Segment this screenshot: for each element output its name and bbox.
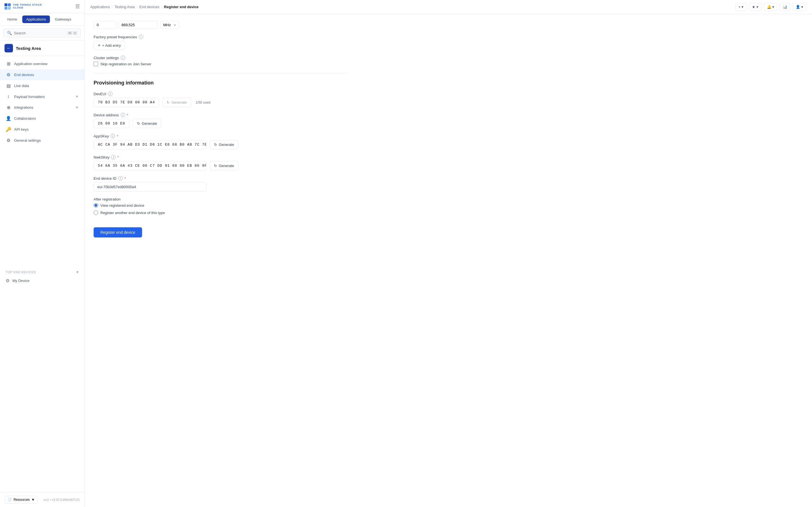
freq-index-input[interactable] [94,21,116,29]
breadcrumb: Applications › Testing Area › End device… [90,5,199,9]
tab-applications[interactable]: Applications [22,15,50,23]
factory-preset-row: Factory preset frequencies i + + Add ent… [94,35,347,50]
search-inner[interactable]: 🔍 ⌘ K [3,29,81,38]
search-icon: 🔍 [7,31,12,35]
radio-view-input[interactable] [94,203,98,208]
device-address-required: * [127,113,128,117]
skip-join-server-checkbox[interactable] [94,62,98,66]
after-registration-label: After registration [94,197,347,202]
add-entry-button[interactable]: + + Add entry [94,41,125,50]
sidebar-nav: ⊞ Application overview ⚙ End devices ▤ L… [0,56,84,267]
sidebar-item-app-overview[interactable]: ⊞ Application overview [0,58,84,69]
sidebar-item-end-devices[interactable]: ⚙ End devices [0,69,84,80]
resources-button[interactable]: 📄 Resources ▼ [4,496,38,504]
plus-icon: + [98,43,100,48]
breadcrumb-current: Register end device [164,5,199,9]
sidebar-item-payload[interactable]: ↕ Payload formatters ▼ [0,91,84,102]
dev-eui-row: DevEUI i 70 B3 D5 7E D8 00 00 A4 ↻ Gener… [94,92,347,107]
refresh-icon: ↻ [167,100,170,105]
resources-icon: 📄 [8,498,12,502]
end-device-id-info-icon[interactable]: i [118,176,123,180]
frequency-row: MHz [94,21,347,29]
chevron-down-icon: ▼ [75,95,79,99]
device-address-label: Device address i * [94,113,347,117]
appskey-info-icon[interactable]: i [110,134,115,138]
sidebar-device-item-my-device[interactable]: ⚙ My Device [0,276,84,286]
appskey-display: AC CA 3F 94 AB D3 D1 D0 1C E0 68 B0 AB 7… [94,140,347,149]
main-area: Applications › Testing Area › End device… [85,0,812,507]
sidebar-item-integrations[interactable]: ⊕ Integrations ▼ [0,102,84,113]
chevron-down-resources-icon: ▼ [31,498,35,502]
cluster-settings-label: Cluster settings i [94,55,347,60]
register-end-device-button[interactable]: Register end device [94,227,142,237]
back-button[interactable]: ← [4,44,13,52]
add-end-device-icon[interactable]: + [76,270,79,275]
appskey-generate-button[interactable]: ↻ Generate [210,140,238,149]
freq-value-input[interactable] [118,21,158,29]
refresh-icon-2: ↻ [137,121,140,126]
device-address-display: 26 00 10 E0 ↻ Generate [94,119,347,128]
dev-eui-label: DevEUI i [94,92,347,96]
device-address-value: 26 00 10 E0 [94,119,130,128]
logo-text: THE THINGS STACK CLOUD [13,4,42,9]
search-box: 🔍 ⌘ K [0,25,84,41]
radio-view-registered[interactable]: View registered end device [94,203,347,208]
nwkskey-row: NwkSKey i * 54 6A 35 6A 43 CE 06 C7 DD 9… [94,155,347,170]
menu-icon[interactable]: ☰ [75,3,80,10]
tab-home[interactable]: Home [3,15,21,23]
add-button[interactable]: + ▾ [735,3,747,11]
freq-unit-select[interactable]: MHz [160,21,179,29]
dev-eui-value: 70 B3 D5 7E D8 00 00 A4 [94,98,159,107]
payload-icon: ↕ [6,94,11,99]
sidebar-item-live-data[interactable]: ▤ Live data [0,80,84,91]
sidebar-item-collaborators[interactable]: 👤 Collaborators [0,113,84,124]
provisioning-title: Provisioning information [94,80,347,86]
user-button[interactable]: 👤 ▾ [793,3,806,11]
appskey-row: AppSKey i * AC CA 3F 94 AB D3 D1 D0 1C E… [94,134,347,149]
after-registration-row: After registration View registered end d… [94,197,347,215]
general-settings-icon: ⚙ [6,138,11,143]
appskey-label: AppSKey i * [94,134,347,138]
radio-group: View registered end device Register anot… [94,203,347,215]
nav-tabs: Home Applications Gateways [0,13,84,25]
dev-eui-generate-button[interactable]: ↻ Generate [162,98,191,107]
radio-register-another[interactable]: Register another end device of this type [94,210,347,215]
search-shortcut: ⌘ K [67,31,77,35]
stats-button[interactable]: 📊 [779,3,790,11]
integrations-icon: ⊕ [6,105,11,110]
radio-another-input[interactable] [94,210,98,215]
nwkskey-info-icon[interactable]: i [111,155,116,159]
dev-eui-info-icon[interactable]: i [108,92,112,96]
register-form: MHz Factory preset frequencies i + + Add… [94,21,347,237]
notifications-button[interactable]: 🔔 ▾ [764,3,777,11]
skip-join-server-row[interactable]: Skip registration on Join Server [94,62,347,66]
sidebar-footer: 📄 Resources ▼ eu1 • v3.32.0.b96e907c31 [0,492,84,507]
sidebar-item-general-settings[interactable]: ⚙ General settings [0,135,84,146]
sidebar-item-api-keys[interactable]: 🔑 API keys [0,124,84,135]
top-end-devices-label: Top end devices [6,270,36,274]
nwkskey-generate-button[interactable]: ↻ Generate [210,161,238,170]
nwkskey-display: 54 6A 35 6A 43 CE 06 C7 DD 91 88 00 EB 8… [94,161,347,170]
device-icon: ⚙ [6,278,10,283]
sidebar-back: ← Testing Area [0,41,84,56]
device-address-generate-button[interactable]: ↻ Generate [133,119,161,128]
star-button[interactable]: ★ ▾ [749,3,762,11]
app-overview-icon: ⊞ [6,61,11,66]
search-input[interactable] [14,31,65,35]
breadcrumb-applications[interactable]: Applications [90,5,110,9]
breadcrumb-end-devices[interactable]: End devices [139,5,159,9]
device-address-info-icon[interactable]: i [121,113,125,117]
api-keys-icon: 🔑 [6,127,11,132]
cluster-settings-info-icon[interactable]: i [121,55,125,60]
logo-sq-4 [8,7,11,10]
logo: THE THINGS STACK CLOUD [4,3,42,10]
topbar: Applications › Testing Area › End device… [85,0,812,14]
logo-sq-1 [4,3,7,6]
factory-preset-info-icon[interactable]: i [139,35,143,39]
logo-squares [4,3,11,10]
version-text: eu1 • v3.32.0.b96e907c31 [44,498,80,501]
tab-gateways[interactable]: Gateways [51,15,75,23]
nwkskey-required: * [117,155,119,159]
breadcrumb-testing-area[interactable]: Testing Area [114,5,135,9]
end-device-id-input[interactable] [94,182,206,191]
